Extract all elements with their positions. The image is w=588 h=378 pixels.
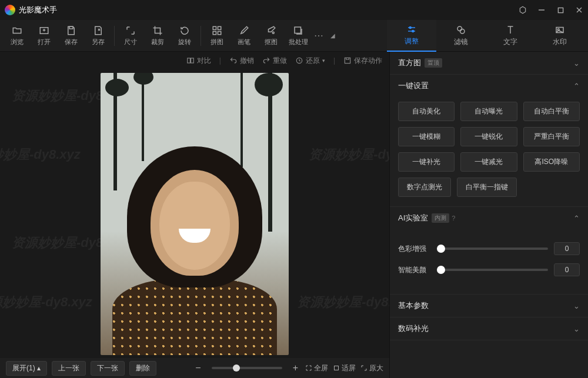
svg-rect-8 (218, 26, 221, 29)
filter-icon (456, 25, 466, 35)
svg-rect-24 (345, 58, 350, 63)
oneclick-8[interactable]: 高ISO降噪 (523, 152, 580, 172)
ai-slider-1[interactable] (437, 269, 548, 271)
zoom-out-button[interactable]: − (193, 363, 203, 373)
redo-button[interactable]: 重做 (262, 56, 287, 66)
zoom-slider[interactable] (212, 367, 282, 369)
toolbar-expand-icon[interactable]: ◢ (326, 32, 340, 39)
oneclick-extra-0[interactable]: 数字点测光 (398, 178, 451, 197)
section-digital[interactable]: 数码补光 ⌄ (390, 317, 588, 340)
oneclick-1[interactable]: 自动曝光 (460, 102, 517, 121)
next-image-button[interactable]: 下一张 (91, 361, 125, 376)
text-icon (505, 25, 516, 35)
slider-value[interactable]: 0 (554, 242, 580, 255)
expand-thumbnails-button[interactable]: 展开(1) ▴ (6, 361, 47, 376)
svg-rect-10 (218, 31, 221, 34)
collage-button[interactable]: 拼图 (203, 22, 230, 50)
svg-rect-9 (213, 31, 216, 34)
help-icon[interactable]: ? (452, 215, 455, 222)
brush-icon (239, 25, 249, 36)
svg-rect-2 (558, 8, 563, 12)
section-histogram[interactable]: 直方图 置顶 ⌄ (390, 52, 588, 74)
svg-rect-21 (188, 58, 191, 63)
section-basic[interactable]: 基本参数 ⌄ (390, 295, 588, 317)
tab-adjust[interactable]: 调整 (387, 20, 436, 52)
delete-button[interactable]: 删除 (129, 361, 156, 376)
oneclick-5[interactable]: 严重白平衡 (523, 127, 580, 146)
crop-button[interactable]: 裁剪 (144, 22, 171, 50)
app-logo (5, 5, 15, 15)
size-button[interactable]: 尺寸 (117, 22, 144, 50)
original-size-button[interactable]: 原大 (360, 363, 383, 373)
svg-rect-7 (213, 26, 216, 29)
chevron-down-icon: ⌄ (573, 325, 580, 333)
chevron-up-icon: ⌃ (573, 82, 580, 91)
svg-point-16 (412, 30, 414, 32)
open-button[interactable]: 打开 (31, 22, 58, 50)
browse-button[interactable]: 浏览 (4, 22, 31, 50)
oneclick-7[interactable]: 一键减光 (460, 152, 517, 172)
sliders-icon (406, 24, 417, 35)
more-tools-button[interactable]: ⋯ (312, 30, 326, 41)
svg-marker-0 (520, 6, 525, 14)
oneclick-2[interactable]: 自动白平衡 (523, 102, 580, 121)
slider-value[interactable]: 0 (554, 263, 580, 276)
chevron-up-icon: ⌃ (573, 214, 580, 223)
svg-point-17 (457, 26, 462, 31)
slider-label: 色彩增强 (398, 244, 431, 254)
oneclick-0[interactable]: 自动美化 (398, 102, 455, 121)
close-button[interactable] (575, 6, 583, 14)
oneclick-6[interactable]: 一键补光 (398, 152, 455, 172)
slider-label: 智能美颜 (398, 265, 431, 275)
watermark-icon (554, 25, 565, 35)
resize-icon (125, 25, 136, 36)
save-action-button[interactable]: 保存动作 (343, 56, 382, 66)
brush-button[interactable]: 画笔 (230, 22, 258, 50)
svg-rect-12 (295, 27, 301, 34)
pin-badge: 置顶 (425, 58, 442, 68)
batch-icon (293, 25, 303, 36)
oneclick-3[interactable]: 一键模糊 (398, 127, 455, 146)
minimize-button[interactable] (537, 6, 546, 14)
svg-point-18 (460, 29, 465, 34)
folder-icon (12, 25, 22, 36)
tab-filter[interactable]: 滤镜 (436, 20, 486, 52)
batch-button[interactable]: 批处理 (285, 22, 312, 50)
chevron-down-icon: ⌄ (573, 59, 580, 68)
rotate-icon (179, 25, 190, 36)
tab-watermark[interactable]: 水印 (535, 20, 584, 52)
compare-button[interactable]: 对比 (186, 56, 211, 66)
svg-point-11 (272, 32, 274, 34)
fullscreen-button[interactable]: 全屏 (305, 363, 328, 373)
section-oneclick[interactable]: 一键设置 ⌃ (390, 75, 588, 97)
oneclick-4[interactable]: 一键锐化 (460, 127, 517, 146)
zoom-in-button[interactable]: + (290, 363, 300, 373)
rotate-button[interactable]: 旋转 (171, 22, 198, 50)
chevron-down-icon: ▾ (322, 58, 325, 63)
oneclick-extra-1[interactable]: 白平衡一指键 (457, 178, 517, 197)
save-button[interactable]: 保存 (58, 22, 85, 50)
grid-icon (212, 25, 222, 36)
svg-rect-25 (335, 366, 339, 370)
save-icon (66, 25, 76, 36)
crop-icon (152, 25, 163, 36)
svg-point-15 (409, 26, 411, 28)
maximize-button[interactable] (556, 6, 564, 14)
prev-image-button[interactable]: 上一张 (52, 361, 86, 376)
svg-rect-6 (69, 26, 73, 29)
section-ailab[interactable]: AI实验室 内测 ? ⌃ (390, 207, 588, 229)
lasso-icon (266, 25, 276, 36)
chevron-down-icon: ⌄ (573, 302, 580, 310)
app-title: 光影魔术手 (19, 5, 519, 15)
saveas-button[interactable]: 另存 (85, 22, 112, 50)
ai-slider-0[interactable] (437, 247, 548, 250)
canvas-image[interactable] (101, 73, 289, 355)
undo-button[interactable]: 撤销 (229, 56, 254, 66)
svg-rect-22 (191, 58, 193, 63)
fit-screen-button[interactable]: 适屏 (333, 363, 356, 373)
tab-text[interactable]: 文字 (486, 20, 535, 52)
restore-button[interactable]: 还原▾ (295, 56, 325, 66)
cutout-button[interactable]: 抠图 (258, 22, 285, 50)
settings-icon[interactable] (519, 6, 527, 14)
beta-badge: 内测 (432, 213, 449, 223)
